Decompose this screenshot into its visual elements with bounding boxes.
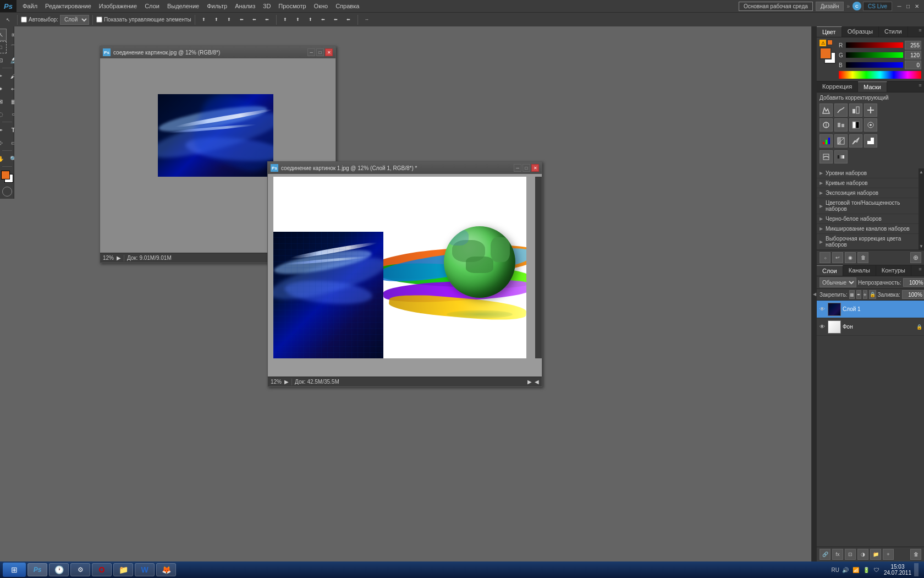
lang-indicator[interactable]: RU bbox=[831, 567, 839, 573]
menu-view[interactable]: Просмотр bbox=[275, 2, 309, 10]
panel-collapse-handle[interactable]: ◀ bbox=[811, 26, 817, 561]
move-tool-options[interactable]: ↖ bbox=[3, 14, 14, 25]
g-slider[interactable] bbox=[846, 52, 903, 58]
tray-network-icon[interactable]: 📶 bbox=[851, 565, 860, 574]
adj-threshold-icon[interactable] bbox=[864, 134, 877, 148]
layer-mask-btn[interactable]: ⊡ bbox=[845, 549, 856, 560]
doc-restore-2[interactable]: □ bbox=[522, 164, 530, 172]
b-value-input[interactable] bbox=[905, 61, 921, 69]
doc-scrollbar-v-2[interactable] bbox=[535, 177, 542, 358]
color-panel-options[interactable]: ≡ bbox=[916, 26, 924, 34]
layer-eye-2[interactable]: 👁 bbox=[818, 323, 826, 331]
adj-posterize-icon[interactable] bbox=[849, 134, 862, 148]
move-tool[interactable]: ↖ bbox=[0, 29, 7, 41]
opacity-value-input[interactable] bbox=[903, 278, 924, 287]
r-slider[interactable] bbox=[846, 42, 903, 48]
adj-item-exposure[interactable]: ▶ Экспозиция наборов bbox=[817, 188, 924, 198]
show-controls-input[interactable] bbox=[96, 17, 102, 23]
lock-pixels-btn[interactable]: ▦ bbox=[849, 290, 855, 299]
crop-tool[interactable]: ⊡ bbox=[0, 54, 7, 66]
adj-vibrance-icon[interactable] bbox=[864, 103, 877, 117]
adj-invert-icon[interactable] bbox=[834, 134, 848, 148]
spot-heal-tool[interactable]: ✒ bbox=[0, 70, 7, 82]
start-button[interactable]: ⊞ bbox=[3, 563, 26, 577]
menu-layers[interactable]: Слои bbox=[141, 2, 163, 10]
taskbar-firefox-btn[interactable]: 🦊 bbox=[156, 563, 176, 576]
tray-volume-icon[interactable]: 🔊 bbox=[841, 565, 850, 574]
adj-scroll-up[interactable]: ▲ bbox=[919, 170, 923, 175]
taskbar-explorer-btn[interactable]: 📁 bbox=[113, 563, 133, 576]
layer-delete-btn[interactable]: 🗑 bbox=[910, 549, 921, 560]
layer-adj-btn[interactable]: ◑ bbox=[857, 549, 868, 560]
tab-styles[interactable]: Стили bbox=[879, 26, 908, 37]
layer-row-2[interactable]: 👁 Фон 🔒 bbox=[817, 318, 924, 336]
menu-3d[interactable]: 3D bbox=[260, 2, 274, 10]
eraser-tool[interactable]: ⊠ bbox=[0, 95, 7, 107]
doc-zoom-icon-2[interactable]: ▶ bbox=[284, 379, 289, 385]
tray-security-icon[interactable]: 🛡 bbox=[872, 565, 881, 574]
distribute-right-btn[interactable]: ⬅ bbox=[343, 14, 354, 25]
layer-group-btn[interactable]: 📁 bbox=[870, 549, 881, 560]
layer-fx-btn[interactable]: fx bbox=[832, 549, 843, 560]
adj-panel-options[interactable]: ≡ bbox=[916, 81, 924, 89]
autoselector-input[interactable] bbox=[21, 17, 27, 23]
hand-tool[interactable]: ✋ bbox=[0, 152, 7, 165]
adj-brightness-icon[interactable] bbox=[820, 103, 833, 117]
adj-prev-btn[interactable]: ↩ bbox=[832, 252, 843, 263]
align-left-btn[interactable]: ⬅ bbox=[237, 14, 248, 25]
color-gamut-swatch[interactable] bbox=[827, 40, 833, 45]
foreground-color-swatch[interactable] bbox=[1, 171, 10, 179]
fill-value-input[interactable] bbox=[902, 290, 924, 299]
adj-hsl-icon[interactable] bbox=[820, 118, 833, 132]
pen-tool[interactable]: ✒ bbox=[0, 124, 7, 136]
show-desktop-btn[interactable] bbox=[914, 563, 919, 576]
menu-window[interactable]: Окно bbox=[311, 2, 332, 10]
close-btn[interactable]: ✕ bbox=[912, 2, 921, 10]
b-slider[interactable] bbox=[846, 62, 903, 68]
adj-clip-btn[interactable]: ⬦ bbox=[820, 252, 831, 263]
adj-visibility-btn[interactable]: ◉ bbox=[845, 252, 856, 263]
doc-nav-btn-2[interactable]: ▶ bbox=[527, 379, 532, 385]
tab-layers[interactable]: Слои bbox=[817, 265, 843, 276]
workspace-design-btn[interactable]: Дизайн bbox=[816, 2, 844, 11]
maximize-btn[interactable]: □ bbox=[904, 2, 912, 10]
taskbar-word-btn[interactable]: W bbox=[135, 563, 155, 576]
adj-item-hsl[interactable]: ▶ Цветовой тон/Насыщенность наборов bbox=[817, 198, 924, 214]
taskbar-ps-btn[interactable]: Ps bbox=[28, 563, 47, 576]
workspace-basic-btn[interactable]: Основная рабочая среда bbox=[739, 2, 813, 11]
align-top-btn[interactable]: ⬆ bbox=[199, 14, 210, 25]
path-select-tool[interactable]: ⊹ bbox=[0, 137, 7, 149]
adj-item-selectcolor[interactable]: ▶ Выборочная коррекция цвета наборов bbox=[817, 234, 924, 250]
adj-add-btn[interactable]: ⊕ bbox=[910, 252, 921, 263]
layer-row-1[interactable]: 👁 Слой 1 bbox=[817, 301, 924, 318]
autoselector-dropdown[interactable]: Слой bbox=[60, 15, 89, 25]
adj-scroll-down[interactable]: ▼ bbox=[919, 244, 923, 249]
adj-gradient-map-icon[interactable] bbox=[834, 150, 848, 163]
doc-close-1[interactable]: ✕ bbox=[325, 48, 333, 56]
distribute-vcenter-btn[interactable]: ⬆ bbox=[293, 14, 304, 25]
blend-mode-dropdown[interactable]: Обычные bbox=[820, 277, 856, 287]
adj-item-curves[interactable]: ▶ Кривые наборов bbox=[817, 178, 924, 188]
align-right-btn[interactable]: ⬅ bbox=[262, 14, 273, 25]
adj-item-levels[interactable]: ▶ Уровни наборов bbox=[817, 168, 924, 178]
auto-btn[interactable]: ↔ bbox=[361, 14, 372, 25]
tab-correction[interactable]: Коррекция bbox=[817, 81, 858, 92]
taskbar-opera-btn[interactable]: O bbox=[92, 563, 112, 576]
layer-new-btn[interactable]: + bbox=[883, 549, 894, 560]
align-bottom-btn[interactable]: ⬆ bbox=[224, 14, 235, 25]
taskbar-winamp-btn[interactable]: ⚙ bbox=[70, 563, 90, 576]
adj-item-bw[interactable]: ▶ Черно-белое наборов bbox=[817, 214, 924, 224]
adj-exposure-icon[interactable] bbox=[849, 103, 862, 117]
lock-move-btn[interactable]: + bbox=[863, 290, 867, 299]
align-vcenter-btn[interactable]: ⬆ bbox=[211, 14, 222, 25]
cs-live-btn[interactable]: CS Live bbox=[863, 2, 892, 11]
show-controls-checkbox[interactable]: Показать управляющие элементы bbox=[96, 17, 191, 23]
menu-analysis[interactable]: Анализ bbox=[232, 2, 258, 10]
doc-minimize-1[interactable]: ─ bbox=[307, 48, 315, 56]
layer-eye-1[interactable]: 👁 bbox=[818, 306, 826, 313]
lock-all-btn[interactable]: 🔒 bbox=[869, 290, 876, 299]
adj-bw-icon[interactable] bbox=[849, 118, 862, 132]
adj-photo-filter-icon[interactable] bbox=[864, 118, 877, 132]
color-warning-icon[interactable]: ⚠ bbox=[820, 40, 826, 46]
minimize-btn[interactable]: ─ bbox=[895, 2, 904, 10]
